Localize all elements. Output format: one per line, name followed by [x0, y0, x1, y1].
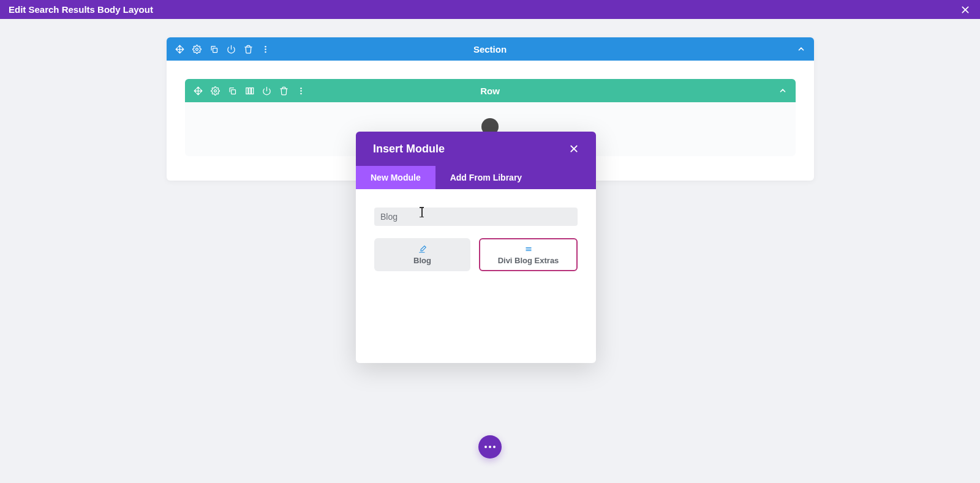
svg-point-2: [196, 48, 198, 50]
close-icon: [960, 5, 970, 15]
gear-icon[interactable]: [192, 44, 202, 54]
section-collapse-button[interactable]: [797, 45, 805, 53]
svg-point-14: [300, 92, 302, 94]
top-bar: Edit Search Results Body Layout: [0, 0, 980, 19]
svg-point-4: [265, 45, 266, 47]
builder-fab-button[interactable]: [478, 435, 502, 459]
move-icon[interactable]: [175, 44, 185, 54]
trash-icon[interactable]: [279, 86, 289, 95]
more-vertical-icon[interactable]: [261, 44, 271, 54]
modal-tabs: New Module Add From Library: [356, 166, 596, 189]
svg-point-5: [265, 48, 266, 50]
row-header[interactable]: Row: [185, 79, 796, 102]
dot-icon: [484, 446, 487, 448]
duplicate-icon[interactable]: [209, 44, 219, 54]
chevron-up-icon: [778, 86, 787, 95]
module-search-input[interactable]: [374, 208, 578, 226]
columns-icon[interactable]: [245, 86, 255, 95]
blog-icon: [418, 245, 427, 253]
modal-title: Insert Module: [373, 143, 445, 155]
row-toolbar: [194, 86, 306, 95]
svg-point-7: [214, 89, 217, 92]
module-card-divi-blog-extras[interactable]: Divi Blog Extras: [479, 238, 578, 271]
svg-point-6: [265, 51, 266, 53]
gear-icon[interactable]: [211, 86, 221, 95]
svg-rect-10: [249, 88, 251, 94]
move-icon[interactable]: [194, 86, 203, 95]
modal-header: Insert Module: [356, 132, 596, 166]
menu-icon: [524, 245, 533, 253]
duplicate-icon[interactable]: [228, 86, 238, 95]
dot-icon: [489, 446, 491, 448]
svg-rect-3: [213, 48, 217, 52]
modal-close-button[interactable]: [569, 144, 579, 154]
svg-rect-8: [232, 89, 236, 94]
svg-point-12: [300, 87, 302, 89]
section-label: Section: [473, 44, 507, 54]
chevron-up-icon: [797, 45, 805, 53]
row-label: Row: [480, 86, 500, 96]
power-icon[interactable]: [262, 86, 272, 95]
module-card-label: Blog: [413, 256, 431, 265]
page-title: Edit Search Results Body Layout: [9, 4, 153, 15]
tab-new-module[interactable]: New Module: [356, 166, 435, 189]
top-close-button[interactable]: [959, 4, 971, 16]
modal-body: Blog Divi Blog Extras: [356, 189, 596, 363]
module-grid: Blog Divi Blog Extras: [374, 238, 578, 271]
more-vertical-icon[interactable]: [296, 86, 306, 95]
tab-add-from-library[interactable]: Add From Library: [435, 166, 537, 189]
section-toolbar: [175, 44, 271, 54]
power-icon[interactable]: [227, 44, 236, 54]
close-icon: [569, 144, 579, 154]
svg-rect-9: [246, 88, 248, 94]
insert-module-modal: Insert Module New Module Add From Librar…: [356, 132, 596, 363]
module-card-label: Divi Blog Extras: [498, 256, 559, 265]
dot-icon: [493, 446, 496, 448]
module-card-blog[interactable]: Blog: [374, 238, 470, 271]
svg-point-13: [300, 90, 302, 92]
svg-rect-11: [252, 88, 254, 94]
row-collapse-button[interactable]: [778, 86, 787, 95]
trash-icon[interactable]: [244, 44, 254, 54]
section-header[interactable]: Section: [167, 37, 814, 61]
